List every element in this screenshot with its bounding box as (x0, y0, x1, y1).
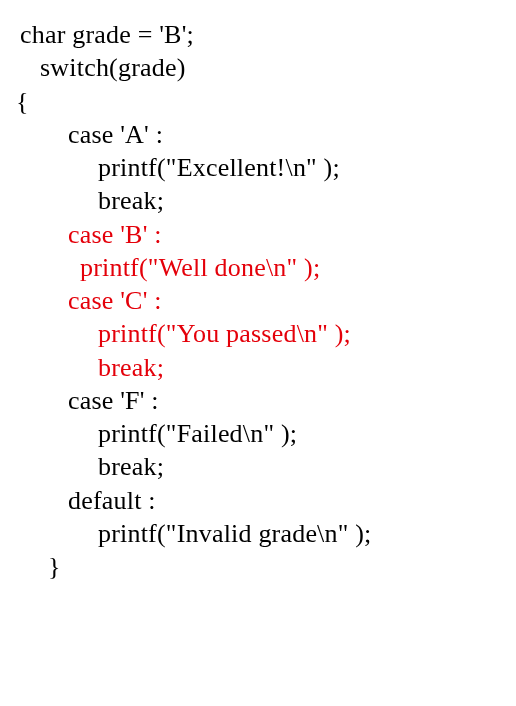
code-line-2: switch(grade) (8, 51, 508, 84)
code-line-11: break; (8, 351, 508, 384)
code-line-4: case 'A' : (8, 118, 508, 151)
code-line-15: default : (8, 484, 508, 517)
code-block: char grade = 'B'; switch(grade) { case '… (0, 0, 516, 584)
code-line-16: printf("Invalid grade\n" ); (8, 517, 508, 550)
code-line-3: { (8, 85, 508, 118)
code-line-10: printf("You passed\n" ); (8, 317, 508, 350)
code-line-13: printf("Failed\n" ); (8, 417, 508, 450)
code-line-1: char grade = 'B'; (8, 18, 508, 51)
code-line-14: break; (8, 450, 508, 483)
code-line-17: } (8, 550, 508, 583)
code-line-8: printf("Well done\n" ); (8, 251, 508, 284)
code-line-12: case 'F' : (8, 384, 508, 417)
code-line-6: break; (8, 184, 508, 217)
code-line-5: printf("Excellent!\n" ); (8, 151, 508, 184)
code-line-9: case 'C' : (8, 284, 508, 317)
code-line-7: case 'B' : (8, 218, 508, 251)
